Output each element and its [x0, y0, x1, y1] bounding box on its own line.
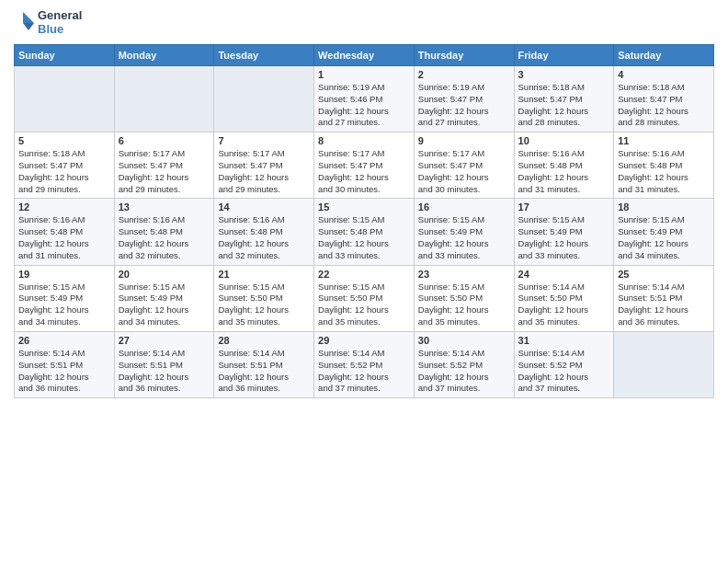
calendar-cell: 18Sunrise: 5:15 AMSunset: 5:49 PMDayligh… — [614, 199, 714, 265]
day-number: 4 — [618, 69, 710, 80]
day-info: Sunset: 5:49 PM — [119, 293, 210, 304]
day-info: Sunset: 5:51 PM — [119, 360, 210, 372]
day-number: 7 — [218, 135, 310, 146]
day-info: and 34 minutes. — [18, 316, 110, 328]
day-number: 19 — [18, 269, 110, 280]
day-number: 30 — [418, 335, 510, 346]
day-info: and 31 minutes. — [518, 184, 610, 196]
day-info: Sunset: 5:48 PM — [618, 160, 710, 172]
calendar-cell: 26Sunrise: 5:14 AMSunset: 5:51 PMDayligh… — [15, 331, 115, 397]
day-info: and 35 minutes. — [218, 316, 310, 328]
calendar-table: SundayMondayTuesdayWednesdayThursdayFrid… — [14, 44, 714, 398]
day-info: Sunset: 5:52 PM — [318, 360, 410, 372]
calendar-cell: 22Sunrise: 5:15 AMSunset: 5:50 PMDayligh… — [314, 265, 415, 331]
day-info: and 34 minutes. — [119, 316, 210, 328]
calendar-cell: 25Sunrise: 5:14 AMSunset: 5:51 PMDayligh… — [614, 265, 714, 331]
day-info: Sunrise: 5:14 AM — [618, 282, 710, 293]
day-number: 18 — [618, 201, 710, 213]
day-number: 23 — [418, 269, 510, 280]
day-info: Sunrise: 5:15 AM — [418, 214, 510, 226]
calendar-cell: 11Sunrise: 5:16 AMSunset: 5:48 PMDayligh… — [614, 132, 714, 199]
calendar-cell: 7Sunrise: 5:17 AMSunset: 5:47 PMDaylight… — [214, 132, 314, 199]
day-info: Sunrise: 5:14 AM — [218, 348, 310, 360]
day-info: Sunset: 5:47 PM — [618, 94, 710, 106]
calendar-cell: 21Sunrise: 5:15 AMSunset: 5:50 PMDayligh… — [214, 265, 314, 331]
logo-container: General Blue — [14, 9, 82, 37]
day-info: and 35 minutes. — [418, 316, 510, 328]
day-info: and 30 minutes. — [418, 184, 510, 196]
day-info: Daylight: 12 hours — [318, 172, 410, 184]
day-number: 15 — [318, 201, 410, 213]
day-info: Sunrise: 5:14 AM — [518, 282, 610, 293]
day-info: Daylight: 12 hours — [218, 304, 310, 316]
calendar-cell: 10Sunrise: 5:16 AMSunset: 5:48 PMDayligh… — [514, 132, 614, 199]
calendar-cell — [214, 65, 314, 132]
day-info: and 36 minutes. — [218, 383, 310, 395]
day-info: Daylight: 12 hours — [218, 238, 310, 250]
logo-general: General — [38, 9, 82, 23]
calendar-cell: 5Sunrise: 5:18 AMSunset: 5:47 PMDaylight… — [15, 132, 115, 199]
day-info: and 31 minutes. — [18, 250, 110, 262]
logo-bird-icon — [14, 10, 34, 36]
day-info: Sunset: 5:47 PM — [119, 160, 210, 172]
day-number: 5 — [18, 135, 110, 146]
calendar-cell: 4Sunrise: 5:18 AMSunset: 5:47 PMDaylight… — [614, 65, 714, 132]
day-info: Sunset: 5:50 PM — [418, 293, 510, 304]
day-info: Sunrise: 5:19 AM — [418, 82, 510, 94]
day-info: Daylight: 12 hours — [418, 238, 510, 250]
day-info: Daylight: 12 hours — [418, 304, 510, 316]
day-info: and 31 minutes. — [618, 184, 710, 196]
day-info: Sunset: 5:48 PM — [318, 226, 410, 238]
day-info: Sunrise: 5:17 AM — [119, 148, 210, 160]
week-row-1: 5Sunrise: 5:18 AMSunset: 5:47 PMDaylight… — [15, 132, 714, 199]
day-info: Daylight: 12 hours — [119, 372, 210, 384]
day-info: and 29 minutes. — [119, 184, 210, 196]
day-info: and 37 minutes. — [318, 383, 410, 395]
day-info: Sunrise: 5:17 AM — [218, 148, 310, 160]
calendar-cell: 31Sunrise: 5:14 AMSunset: 5:52 PMDayligh… — [514, 331, 614, 397]
day-info: and 33 minutes. — [518, 250, 610, 262]
day-info: Sunset: 5:47 PM — [418, 160, 510, 172]
day-info: Sunset: 5:49 PM — [618, 226, 710, 238]
calendar-cell: 29Sunrise: 5:14 AMSunset: 5:52 PMDayligh… — [314, 331, 415, 397]
day-info: Daylight: 12 hours — [418, 372, 510, 384]
calendar-cell: 24Sunrise: 5:14 AMSunset: 5:50 PMDayligh… — [514, 265, 614, 331]
week-row-2: 12Sunrise: 5:16 AMSunset: 5:48 PMDayligh… — [15, 199, 714, 265]
day-info: Sunrise: 5:18 AM — [518, 82, 610, 94]
day-info: Sunset: 5:50 PM — [518, 293, 610, 304]
day-info: Sunrise: 5:16 AM — [119, 214, 210, 226]
day-info: Sunrise: 5:14 AM — [518, 348, 610, 360]
svg-marker-0 — [23, 12, 34, 23]
day-info: Daylight: 12 hours — [518, 106, 610, 118]
day-info: and 28 minutes. — [618, 117, 710, 129]
day-info: Sunrise: 5:15 AM — [618, 214, 710, 226]
day-number: 25 — [618, 269, 710, 280]
day-info: and 36 minutes. — [119, 383, 210, 395]
day-info: and 29 minutes. — [218, 184, 310, 196]
svg-marker-1 — [23, 23, 34, 30]
day-info: Sunset: 5:52 PM — [418, 360, 510, 372]
day-number: 26 — [18, 335, 110, 346]
day-info: Daylight: 12 hours — [318, 304, 410, 316]
day-info: Sunset: 5:47 PM — [218, 160, 310, 172]
day-info: Sunset: 5:48 PM — [218, 226, 310, 238]
weekday-header-friday: Friday — [514, 44, 614, 65]
day-info: Daylight: 12 hours — [318, 106, 410, 118]
calendar-cell: 16Sunrise: 5:15 AMSunset: 5:49 PMDayligh… — [414, 199, 514, 265]
day-info: and 36 minutes. — [18, 383, 110, 395]
day-info: and 37 minutes. — [518, 383, 610, 395]
day-info: and 35 minutes. — [518, 316, 610, 328]
weekday-header-thursday: Thursday — [414, 44, 514, 65]
calendar-cell: 1Sunrise: 5:19 AMSunset: 5:46 PMDaylight… — [314, 65, 415, 132]
day-number: 27 — [119, 335, 210, 346]
day-number: 3 — [518, 69, 610, 80]
day-info: Sunset: 5:47 PM — [318, 160, 410, 172]
week-row-4: 26Sunrise: 5:14 AMSunset: 5:51 PMDayligh… — [15, 331, 714, 397]
day-info: and 33 minutes. — [318, 250, 410, 262]
day-number: 29 — [318, 335, 410, 346]
calendar-cell: 28Sunrise: 5:14 AMSunset: 5:51 PMDayligh… — [214, 331, 314, 397]
day-info: Sunrise: 5:18 AM — [618, 82, 710, 94]
day-number: 16 — [418, 201, 510, 213]
day-info: Sunrise: 5:16 AM — [518, 148, 610, 160]
day-info: Sunrise: 5:15 AM — [418, 282, 510, 293]
